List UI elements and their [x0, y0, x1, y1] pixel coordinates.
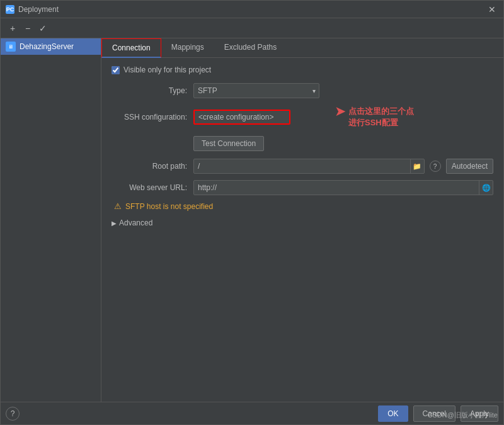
test-connection-row: Test Connection: [112, 136, 493, 151]
help-button[interactable]: ?: [6, 407, 20, 421]
content-area: Connection Mappings Excluded Paths Visib…: [101, 38, 503, 402]
web-server-url-row: Web server URL: 🌐: [112, 180, 493, 195]
web-url-input-wrapper: 🌐: [193, 180, 493, 195]
visible-only-checkbox[interactable]: [112, 66, 120, 74]
apply-button[interactable]: ✓: [36, 21, 50, 35]
title-bar: PC Deployment ✕: [1, 1, 503, 18]
close-button[interactable]: ✕: [486, 3, 498, 16]
bottom-right: OK Cancel Apply: [378, 405, 498, 422]
title-bar-left: PC Deployment: [6, 5, 59, 14]
ssh-field-wrapper: <create configuration> ➤ 点击这里的三个点进行SSH配置: [193, 106, 493, 128]
type-control: SFTP FTP FTPS ▾: [193, 83, 493, 98]
browse-folder-button[interactable]: 📁: [410, 159, 424, 173]
visible-only-label: Visible only for this project: [123, 65, 211, 74]
warning-row: ⚠ SFTP host is not specified: [112, 201, 493, 211]
sidebar-item-label: DehazingServer: [20, 42, 74, 51]
deployment-window: PC Deployment ✕ + − ✓ 🖥 DehazingServer C…: [0, 0, 504, 425]
root-path-help-icon[interactable]: ?: [430, 161, 441, 172]
ok-button[interactable]: OK: [378, 405, 408, 422]
autodetect-button[interactable]: Autodetect: [446, 159, 493, 174]
type-select-wrapper: SFTP FTP FTPS ▾: [193, 83, 319, 98]
web-server-url-label: Web server URL:: [112, 183, 193, 192]
type-label: Type:: [112, 86, 193, 95]
ssh-config-select[interactable]: <create configuration>: [193, 110, 290, 125]
root-path-input[interactable]: [194, 161, 410, 172]
root-path-controls: 📁 ? Autodetect: [193, 159, 493, 174]
bottom-bar: ? OK Cancel Apply: [1, 402, 503, 424]
annotation-text: 点击这里的三个点进行SSH配置: [348, 106, 414, 128]
test-connection-button[interactable]: Test Connection: [193, 136, 264, 151]
web-url-controls: 🌐: [193, 180, 493, 195]
server-icon: 🖥: [6, 42, 16, 52]
ssh-config-label: SSH configuration:: [112, 113, 193, 122]
annotation-arrow-icon: ➤: [335, 103, 346, 120]
ssh-dropdown-wrapper: <create configuration>: [193, 110, 332, 125]
web-url-open-button[interactable]: 🌐: [479, 181, 493, 195]
type-row: Type: SFTP FTP FTPS ▾: [112, 83, 493, 98]
sidebar-item-dehazingserver[interactable]: 🖥 DehazingServer: [1, 38, 101, 55]
root-path-row: Root path: 📁 ? Autodetect: [112, 159, 493, 174]
type-select[interactable]: SFTP FTP FTPS: [193, 83, 319, 98]
annotation-area: ➤ 点击这里的三个点进行SSH配置: [335, 106, 414, 128]
sidebar: 🖥 DehazingServer: [1, 38, 101, 402]
warning-icon: ⚠: [114, 201, 122, 211]
apply-bottom-button[interactable]: Apply: [461, 405, 498, 422]
cancel-button[interactable]: Cancel: [413, 405, 455, 422]
tab-mappings[interactable]: Mappings: [161, 38, 214, 57]
toolbar: + − ✓: [1, 18, 503, 38]
tab-excluded-paths[interactable]: Excluded Paths: [214, 38, 287, 57]
tab-connection[interactable]: Connection: [101, 38, 161, 58]
root-path-label: Root path:: [112, 162, 193, 171]
tabs-bar: Connection Mappings Excluded Paths: [101, 38, 503, 58]
visible-only-row: Visible only for this project: [112, 65, 493, 74]
main-layout: 🖥 DehazingServer Connection Mappings Exc…: [1, 38, 503, 402]
app-icon: PC: [6, 5, 14, 14]
web-server-url-input[interactable]: [194, 182, 479, 193]
warning-text: SFTP host is not specified: [125, 202, 213, 211]
advanced-expand-icon: ▶: [112, 220, 117, 227]
ssh-config-row: SSH configuration: <create configuration…: [112, 106, 493, 128]
root-path-input-wrapper: 📁: [193, 159, 425, 174]
window-title: Deployment: [18, 5, 59, 14]
add-button[interactable]: +: [6, 21, 20, 35]
remove-button[interactable]: −: [21, 21, 35, 35]
advanced-label: Advanced: [119, 218, 152, 227]
form-area: Visible only for this project Type: SFTP…: [101, 58, 503, 402]
bottom-left: ?: [6, 407, 20, 421]
advanced-row[interactable]: ▶ Advanced: [112, 217, 493, 229]
